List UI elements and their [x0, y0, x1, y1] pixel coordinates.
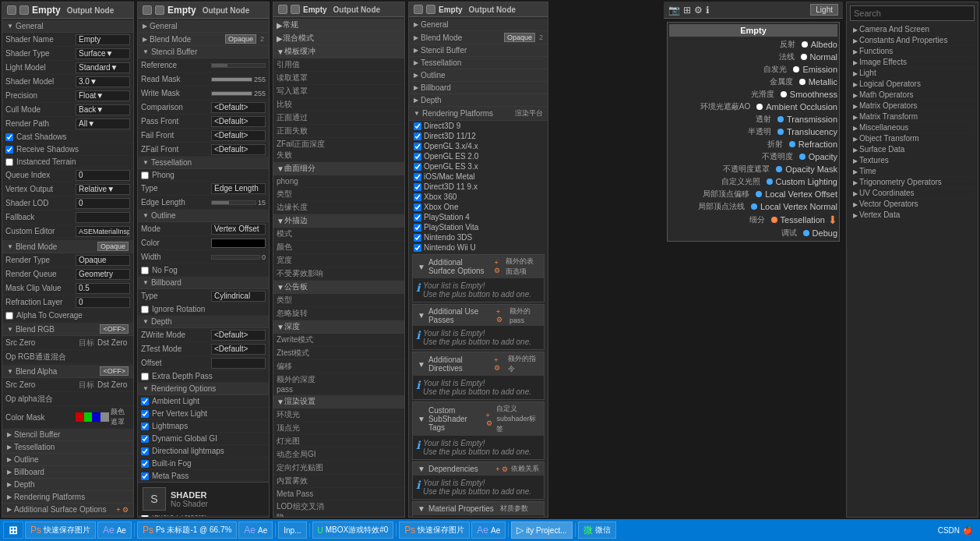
section2-tess[interactable]: ▼ Tessellation: [138, 157, 269, 169]
win-btn-6[interactable]: [291, 5, 300, 14]
section-blend-alpha[interactable]: ▼ Blend Alpha <OFF>: [2, 365, 133, 378]
value2-pass-front[interactable]: <Default>: [211, 116, 266, 127]
taskbar-ps-untitled[interactable]: Ps Ps 未标题-1 @ 66.7%: [137, 522, 237, 539]
add-section-custom-tags-header[interactable]: ▼ Custom SubShader Tags + ⚙ 自定义subshader…: [413, 402, 544, 436]
value2-fail-front[interactable]: <Default>: [211, 130, 266, 141]
cat-matrix-operators[interactable]: ▶Matrix Operators: [850, 101, 975, 111]
section2-rendering-opts[interactable]: ▼ Rendering Options: [138, 383, 269, 395]
value2-bb-type[interactable]: Cylindrical: [211, 291, 266, 302]
section-blend-mode[interactable]: ▼ Blend Mode Opaque: [2, 240, 133, 253]
cat-surface[interactable]: ▶Surface Data: [850, 144, 975, 155]
section4-outline[interactable]: ▶ Outline: [409, 69, 548, 82]
cn-section-outline[interactable]: ▼ 外描边: [273, 214, 404, 228]
taskbar-ae-2[interactable]: Ae Ae: [238, 522, 273, 539]
add-section-use-passes-header[interactable]: ▼ Additional Use Passes + ⚙ 额外的pass: [413, 305, 544, 326]
cat-vertex[interactable]: ▶Vertex Data: [850, 210, 975, 221]
panel4-body[interactable]: ▶ General ▶ Blend Mode Opaque 2 ▶ Stenci…: [409, 17, 548, 517]
check2-extra-depth[interactable]: [141, 373, 149, 380]
win-btn-1[interactable]: [7, 5, 16, 15]
value-vertex-output[interactable]: Relative ▼: [76, 184, 130, 195]
value2-zwrite[interactable]: <Default>: [211, 330, 266, 341]
section4-billboard[interactable]: ▶ Billboard: [409, 82, 548, 94]
section-billboard-collapsed[interactable]: ▶ Billboard: [2, 466, 133, 479]
taskbar-icon-fruit[interactable]: 🍎: [963, 526, 972, 535]
panel1-body[interactable]: ▼ General Shader Name Empty Shader Type …: [2, 19, 133, 517]
check-alpha-coverage[interactable]: [5, 312, 13, 320]
win-btn-5[interactable]: [278, 5, 287, 14]
section2-stencil[interactable]: ▼ Stencil Buffer: [138, 46, 269, 58]
taskbar-quick-save-2[interactable]: Ps 快速保存图片: [399, 522, 470, 539]
section-outline-collapsed[interactable]: ▶ Outline: [2, 454, 133, 466]
add-section-mat-props-header[interactable]: ▼ Material Properties 材质参数: [413, 502, 544, 515]
value-shader-lod[interactable]: 0: [76, 198, 130, 209]
section4-tess[interactable]: ▶ Tessellation: [409, 57, 548, 69]
check-receive-shadows[interactable]: [5, 146, 13, 154]
section2-depth[interactable]: ▼ Depth: [138, 316, 269, 328]
value2-edge-length-bar[interactable]: [211, 200, 256, 205]
section2-blend[interactable]: ▶ Blend Mode Opaque 2: [138, 33, 269, 46]
value2-reference[interactable]: [211, 63, 266, 68]
check2-phong[interactable]: [141, 171, 149, 179]
section-stencil-collapsed[interactable]: ▶ Stencil Buffer: [2, 429, 133, 441]
cat-camera[interactable]: ▶Camera And Screen: [850, 24, 975, 35]
cat-logical[interactable]: ▶Logical Operators: [850, 79, 975, 90]
value2-comparison[interactable]: <Default>: [211, 102, 266, 113]
check2-no-fog[interactable]: [141, 267, 149, 274]
cn-section-rendering[interactable]: ▼ 渲染设置: [273, 395, 404, 408]
cat-image-effects[interactable]: ▶Image Effects: [850, 57, 975, 68]
cat-vector[interactable]: ▶Vector Operators: [850, 199, 975, 210]
cat-object[interactable]: ▶Object Transform: [850, 133, 975, 144]
check-instanced-terrain[interactable]: [5, 158, 13, 166]
win-btn-8[interactable]: [426, 5, 435, 14]
taskbar-ae-3[interactable]: Ae Ae: [471, 522, 506, 539]
taskbar-inp[interactable]: Inp...: [278, 522, 306, 539]
value2-write-mask[interactable]: [211, 91, 252, 96]
add-section-dependencies-header[interactable]: ▼ Dependencies + ⚙ 依赖关系: [413, 462, 544, 476]
section-add-surface[interactable]: ▶ Additional Surface Options + ⚙: [2, 504, 133, 516]
value2-offset[interactable]: [211, 358, 266, 369]
win-btn-3[interactable]: [143, 5, 152, 15]
search-input[interactable]: [850, 5, 975, 21]
cn-section-depth[interactable]: ▼ 深度: [273, 320, 404, 334]
panel2-body[interactable]: ▶ General ▶ Blend Mode Opaque 2 ▼ Stenci…: [138, 19, 269, 517]
panel3-body[interactable]: ▶ 常规 ▶ 混合模式 ▼ 模板缓冲 引用值 读取遮罩 写入遮罩 比较 正面通过…: [273, 17, 404, 517]
value-mask-clip[interactable]: 0.5: [76, 283, 130, 294]
section4-render-platforms[interactable]: ▼ Rendering Platforms 渲染平台: [409, 107, 548, 121]
section-tessellation-collapsed[interactable]: ▶ Tessellation: [2, 441, 133, 454]
section4-stencil[interactable]: ▶ Stencil Buffer: [409, 44, 548, 57]
section-render-platforms[interactable]: ▶ Rendering Platforms: [2, 491, 133, 504]
section-general[interactable]: ▼ General: [2, 20, 133, 33]
win-btn-7[interactable]: [414, 5, 423, 14]
cat-textures[interactable]: ▶Textures: [850, 155, 975, 166]
value-shader-type[interactable]: Surface ▼: [76, 48, 130, 59]
search-panel-body[interactable]: ▶Camera And Screen ▶Constants And Proper…: [847, 2, 978, 517]
value-render-type[interactable]: Opaque: [76, 255, 130, 266]
cat-constants[interactable]: ▶Constants And Properties: [850, 35, 975, 46]
value2-ztest[interactable]: <Default>: [211, 344, 266, 355]
section4-general[interactable]: ▶ General: [409, 19, 548, 31]
section2-outline[interactable]: ▼ Outline: [138, 210, 269, 222]
check2-ignore-rotation[interactable]: [141, 306, 149, 313]
cn-section-tess[interactable]: ▼ 曲面细分: [273, 162, 404, 175]
light-label[interactable]: Light: [810, 4, 838, 16]
cat-math[interactable]: ▶Math Operators: [850, 90, 975, 101]
taskbar-unity[interactable]: ▷ ity Project...: [511, 522, 572, 539]
value-refraction-layer[interactable]: 0: [76, 297, 130, 308]
taskbar-start[interactable]: ⊞: [3, 522, 23, 539]
value-render-queue[interactable]: Geometry: [76, 269, 130, 280]
value2-outline-width[interactable]: [211, 255, 260, 260]
cn-section-billboard[interactable]: ▼ 公告板: [273, 281, 404, 294]
section-blend-rgb[interactable]: ▼ Blend RGB <OFF>: [2, 323, 133, 336]
value2-outline-mode[interactable]: Vertex Offset: [211, 224, 266, 235]
win-btn-2[interactable]: [19, 5, 29, 15]
section4-depth[interactable]: ▶ Depth: [409, 94, 548, 107]
section2-general[interactable]: ▶ General: [138, 20, 269, 33]
section-add-use-passes[interactable]: ▶ Additional Use Passes + ⚙: [2, 516, 133, 517]
value2-tess-type[interactable]: Edge Length: [211, 183, 266, 194]
taskbar-wechat[interactable]: 微 微信: [578, 522, 616, 539]
value2-read-mask[interactable]: [211, 77, 252, 82]
cat-time[interactable]: ▶Time: [850, 166, 975, 177]
cat-trig[interactable]: ▶Trigonometry Operators: [850, 177, 975, 188]
value-custom-editor[interactable]: ASEMaterialInspect: [76, 226, 130, 237]
value-cull-mode[interactable]: Back ▼: [76, 104, 130, 115]
